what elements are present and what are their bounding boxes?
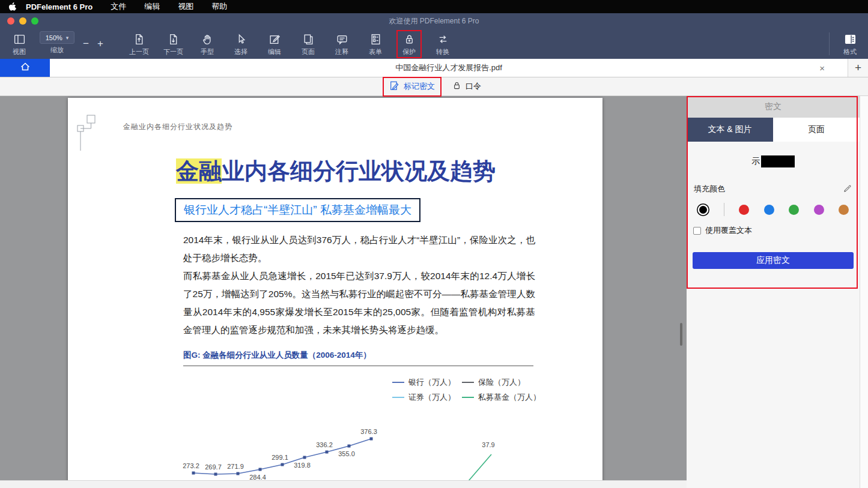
legend-label: 私募基金（万人） (478, 392, 541, 403)
svg-text:269.7: 269.7 (205, 463, 222, 471)
page-button[interactable]: 页面 (297, 31, 319, 56)
main-toolbar: 视图 150% ▾ 缩放 − + 上一页 下一页 (0, 28, 868, 59)
fill-color-row: 填充颜色 (687, 184, 860, 194)
redaction-example-swatch (761, 155, 795, 167)
eyedropper-icon[interactable] (843, 184, 852, 195)
mark-redaction-button[interactable]: 标记密文 (387, 79, 437, 94)
legend-label: 保险（万人） (478, 377, 525, 388)
legend-item-insurance: 保险（万人） (462, 377, 546, 388)
highlighted-text: 金融 (176, 158, 222, 184)
zoom-in-button[interactable]: + (97, 38, 103, 49)
format-button[interactable]: 格式 (839, 31, 861, 56)
menu-app-name[interactable]: PDFelement 6 Pro (26, 2, 93, 11)
convert-label: 转换 (436, 47, 449, 56)
prev-page-button[interactable]: 上一页 (128, 31, 150, 56)
svg-text:37.9: 37.9 (482, 441, 494, 448)
protect-label: 保护 (402, 47, 416, 56)
document-tab[interactable]: 中国金融行业人才发展报告.pdf × (50, 59, 848, 77)
legend-line-insurance (462, 382, 474, 383)
page-label: 页面 (302, 47, 315, 56)
panel-scrollbar-track[interactable] (860, 96, 868, 488)
zoom-select[interactable]: 150% ▾ (40, 31, 74, 44)
tab-title: 中国金融行业人才发展报告.pdf (395, 62, 502, 73)
home-tab-button[interactable] (0, 59, 50, 77)
legend-line-private-fund (462, 397, 474, 398)
color-swatch-6[interactable] (839, 205, 849, 215)
window-title-bar: 欢迎使用 PDFelement 6 Pro (0, 13, 868, 28)
pages-icon (302, 31, 315, 46)
document-subtitle: 银行业人才稳占“半壁江山” 私募基金增幅最大 (175, 198, 420, 222)
color-swatch-4[interactable] (789, 205, 799, 215)
chevron-down-icon: ▾ (66, 35, 69, 41)
form-button[interactable]: 表单 (365, 31, 386, 56)
title-rest: 业内各细分行业状况及趋势 (222, 158, 496, 184)
redaction-example-label: 示 (751, 156, 760, 167)
svg-text:355.0: 355.0 (338, 450, 355, 457)
edit-icon (269, 31, 281, 46)
color-swatch-2[interactable] (739, 205, 749, 215)
hand-tool-label: 手型 (201, 47, 214, 56)
view-icon (13, 31, 26, 46)
chapter-decoration (77, 115, 111, 152)
paragraph-2: 而私募基金从业人员急速增长，2015年已达到37.9万人，较2014年末的12.… (183, 267, 535, 339)
zoom-out-button[interactable]: − (83, 38, 89, 49)
protect-lock-icon (403, 31, 416, 46)
color-swatches (687, 203, 860, 216)
mark-redaction-icon (389, 80, 400, 93)
protect-button[interactable]: 保护 (398, 31, 420, 56)
embedded-chart: 273.2269.7271.9284.4299.1319.8336.2355.0… (68, 410, 602, 488)
chart-caption: 图G: 金融各细分行业从业人员数量（2006-2014年） (183, 350, 371, 361)
hand-tool-button[interactable]: 手型 (196, 31, 218, 56)
comment-button[interactable]: 注释 (331, 31, 353, 56)
next-page-button[interactable]: 下一页 (162, 31, 184, 56)
document-horizontal-scrollbar[interactable] (0, 480, 687, 488)
comment-icon (336, 31, 348, 46)
overlay-text-checkbox[interactable] (693, 227, 701, 235)
window-title: 欢迎使用 PDFelement 6 Pro (0, 16, 868, 26)
menu-item-view[interactable]: 视图 (178, 1, 193, 12)
select-icon (235, 31, 247, 46)
redaction-panel: 密文 文本 & 图片 页面 示 填充颜色 使用覆盖文本 应用密文 (687, 96, 860, 488)
content-area: 金融业内各细分行业状况及趋势 金融业内各细分行业状况及趋势 银行业人才稳占“半壁… (0, 96, 868, 488)
paragraph-1: 2014年末，银行业从业人员达到376万人，稳占行业人才“半壁江山”，保险业次之… (183, 231, 535, 267)
new-tab-button[interactable]: + (848, 59, 868, 77)
tab-page[interactable]: 页面 (773, 118, 860, 142)
apply-redaction-button[interactable]: 应用密文 (693, 252, 854, 269)
mark-redaction-label: 标记密文 (404, 81, 435, 92)
svg-text:376.3: 376.3 (360, 428, 377, 435)
color-swatch-1[interactable] (699, 206, 707, 214)
apple-logo-icon[interactable] (8, 2, 16, 11)
select-tool-button[interactable]: 选择 (230, 31, 252, 56)
menu-item-edit[interactable]: 编辑 (144, 1, 160, 12)
overlay-text-option[interactable]: 使用覆盖文本 (687, 226, 860, 235)
form-label: 表单 (369, 47, 382, 56)
view-button[interactable]: 视图 (8, 31, 30, 56)
format-label: 格式 (843, 47, 857, 56)
overlay-text-label: 使用覆盖文本 (705, 225, 752, 236)
page-header-note: 金融业内各细分行业状况及趋势 (123, 122, 232, 132)
tab-bar: 中国金融行业人才发展报告.pdf × + (0, 59, 868, 77)
document-vertical-scrollbar[interactable] (680, 323, 682, 346)
zoom-label: 缩放 (50, 46, 64, 55)
password-lock-icon (452, 80, 462, 92)
color-swatch-5[interactable] (814, 205, 824, 215)
password-label: 口令 (466, 81, 481, 92)
document-view[interactable]: 金融业内各细分行业状况及趋势 金融业内各细分行业状况及趋势 银行业人才稳占“半壁… (0, 96, 687, 488)
convert-button[interactable]: 转换 (432, 31, 454, 56)
page-up-icon (133, 31, 145, 46)
panel-tabs: 文本 & 图片 页面 (687, 118, 860, 142)
legend-label: 银行（万人） (408, 377, 455, 388)
macos-menu-bar: PDFelement 6 Pro 文件 编辑 视图 帮助 (0, 0, 868, 13)
select-tool-label: 选择 (234, 47, 247, 56)
close-icon[interactable]: × (819, 63, 825, 73)
password-button[interactable]: 口令 (452, 80, 481, 92)
edit-button[interactable]: 编辑 (264, 31, 285, 56)
next-page-label: 下一页 (163, 47, 183, 56)
menu-item-help[interactable]: 帮助 (211, 1, 227, 12)
menu-item-file[interactable]: 文件 (111, 1, 126, 12)
color-swatch-3[interactable] (764, 205, 774, 215)
legend-line-bank (392, 382, 404, 383)
legend-line-securities (392, 397, 404, 398)
svg-text:299.1: 299.1 (272, 454, 288, 461)
tab-text-image[interactable]: 文本 & 图片 (687, 118, 773, 142)
